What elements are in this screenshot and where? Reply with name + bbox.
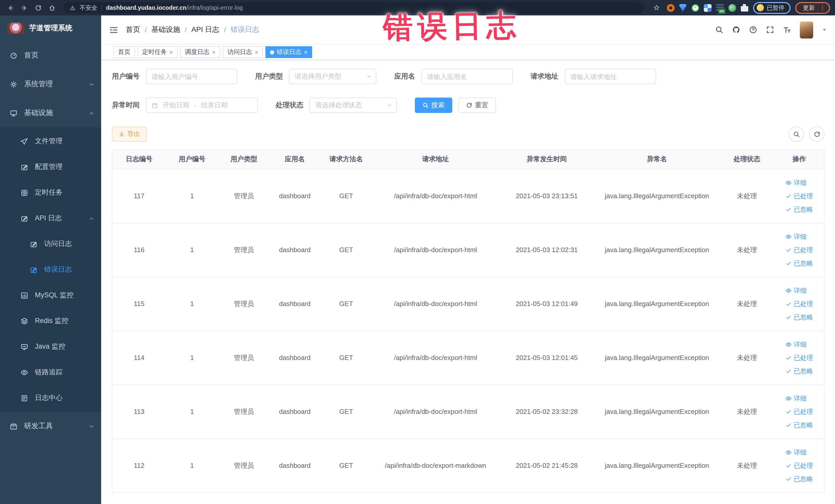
end-date-placeholder[interactable]: 结束日期 [201, 101, 228, 110]
green-check-extension-icon[interactable] [691, 4, 699, 12]
cell-actions: 详细已处理已忽略 [775, 331, 824, 385]
github-icon[interactable] [732, 26, 740, 34]
app-name-input[interactable] [421, 69, 513, 84]
grid-extension-icon[interactable] [704, 4, 711, 12]
sidebar-item-首页[interactable]: 首页 [0, 41, 101, 70]
close-icon[interactable]: × [254, 49, 258, 55]
green-sprout-extension-icon[interactable] [728, 4, 736, 12]
cell-app-name: dashboard [269, 385, 320, 439]
hamburger-icon[interactable] [109, 25, 118, 34]
table-body: 1171管理员dashboardGET/api/infra/db-doc/exp… [113, 169, 824, 492]
sidebar-item-错误日志[interactable]: 错误日志 [0, 257, 101, 282]
action-label: 详细 [794, 391, 807, 405]
request-url-input[interactable] [565, 69, 656, 84]
action-已处理[interactable]: 已处理 [786, 351, 813, 364]
export-button[interactable]: 导出 [112, 126, 147, 141]
help-icon[interactable] [749, 26, 757, 34]
action-详细[interactable]: 详细 [786, 284, 807, 297]
sidebar-item-基础设施[interactable]: 基础设施 [0, 99, 101, 127]
sidebar-item-api-日志[interactable]: API 日志 [0, 205, 101, 231]
sidebar-item-配置管理[interactable]: 配置管理 [0, 154, 101, 180]
back-icon[interactable] [5, 2, 16, 13]
tab-定时任务[interactable]: 定时任务× [138, 46, 178, 58]
close-icon[interactable]: × [212, 49, 216, 55]
cell-log-id: 117 [113, 169, 166, 223]
tab-label: 调度日志 [185, 48, 209, 57]
fullscreen-icon[interactable] [766, 26, 774, 34]
sidebar-item-mysql-监控[interactable]: MySQL 监控 [0, 282, 101, 308]
search-icon[interactable] [715, 26, 724, 34]
breadcrumb-item[interactable]: 基础设施 [151, 25, 180, 35]
user-type-select[interactable]: 请选择用户类型 [289, 69, 376, 84]
refresh-icon[interactable] [809, 126, 824, 142]
star-icon[interactable] [651, 2, 662, 13]
blue-shield-extension-icon[interactable] [679, 4, 687, 12]
reset-button[interactable]: 重置 [459, 98, 496, 113]
user-id-input[interactable] [146, 69, 237, 84]
onbar-extension-icon[interactable]: on [716, 4, 724, 12]
puzzle-extension-icon[interactable] [740, 4, 748, 12]
start-date-placeholder[interactable]: 开始日期 [163, 101, 189, 110]
paused-badge[interactable]: 已暂停 [753, 2, 791, 14]
cell-method: GET [320, 223, 372, 277]
search-toggle-icon[interactable] [789, 126, 804, 142]
sidebar-item-研发工具[interactable]: 研发工具 [0, 412, 101, 441]
action-详细[interactable]: 详细 [786, 338, 807, 351]
action-已处理[interactable]: 已处理 [786, 405, 813, 418]
sidebar-item-链路追踪[interactable]: 链路追踪 [0, 360, 101, 385]
action-已处理[interactable]: 已处理 [786, 459, 813, 472]
page-url[interactable]: dashboard.yudao.iocoder.cn/infra/log/api… [106, 5, 243, 11]
security-label[interactable]: 不安全 [80, 4, 97, 12]
action-已忽略[interactable]: 已忽略 [786, 418, 813, 431]
sidebar-item-系统管理[interactable]: 系统管理 [0, 70, 101, 99]
sidebar-item-文件管理[interactable]: 文件管理 [0, 128, 101, 154]
update-button[interactable]: 更新⋮ [795, 2, 830, 14]
sidebar-item-日志中心[interactable]: 日志中心 [0, 385, 101, 411]
sidebar-logo[interactable]: 芋道管理系统 [0, 15, 101, 41]
search-button[interactable]: 搜索 [415, 98, 452, 113]
tab-访问日志[interactable]: 访问日志× [223, 46, 263, 58]
cell-exception: java.lang.IllegalArgumentException [595, 385, 719, 439]
reload-icon[interactable] [33, 2, 44, 13]
close-icon[interactable]: × [169, 49, 173, 55]
sidebar-item-访问日志[interactable]: 访问日志 [0, 231, 101, 257]
cell-status: 未处理 [719, 385, 775, 439]
sidebar-item-redis-监控[interactable]: Redis 监控 [0, 308, 101, 334]
action-详细[interactable]: 详细 [786, 230, 807, 243]
action-已处理[interactable]: 已处理 [786, 297, 813, 310]
calendar-icon [151, 102, 158, 108]
action-已忽略[interactable]: 已忽略 [786, 472, 813, 485]
tab-首页[interactable]: 首页 [114, 46, 135, 58]
orange-ring-extension-icon[interactable] [667, 4, 674, 12]
eye-icon [786, 287, 792, 294]
action-详细[interactable]: 详细 [786, 445, 807, 459]
address-bar[interactable]: 不安全 dashboard.yudao.iocoder.cn/infra/log… [64, 2, 644, 13]
user-avatar[interactable] [800, 21, 813, 38]
breadcrumb-item[interactable]: API 日志 [191, 25, 220, 35]
sidebar-item-label: 错误日志 [44, 265, 72, 274]
action-详细[interactable]: 详细 [786, 176, 807, 189]
home-icon[interactable] [47, 2, 58, 13]
tab-调度日志[interactable]: 调度日志× [180, 46, 220, 58]
column-header: 异常发生时间 [499, 150, 595, 169]
action-已处理[interactable]: 已处理 [786, 189, 813, 203]
forward-icon[interactable] [19, 2, 30, 13]
action-已忽略[interactable]: 已忽略 [786, 364, 813, 378]
process-status-placeholder: 请选择处理状态 [315, 101, 362, 110]
action-已忽略[interactable]: 已忽略 [786, 257, 813, 270]
sidebar-item-定时任务[interactable]: 定时任务 [0, 180, 101, 205]
close-icon[interactable]: × [304, 49, 307, 55]
action-已处理[interactable]: 已处理 [786, 243, 813, 257]
action-详细[interactable]: 详细 [786, 391, 807, 405]
action-已忽略[interactable]: 已忽略 [786, 310, 813, 324]
browser-menu-icon[interactable]: ⋮ [819, 5, 826, 11]
process-status-select[interactable]: 请选择处理状态 [309, 98, 397, 113]
action-已忽略[interactable]: 已忽略 [786, 203, 813, 216]
date-range-picker[interactable]: 开始日期 - 结束日期 [146, 98, 258, 113]
breadcrumb-item[interactable]: 首页 [126, 25, 140, 35]
tab-错误日志[interactable]: 错误日志× [265, 46, 312, 58]
date-separator: - [194, 101, 196, 109]
sidebar-item-java-监控[interactable]: Java 监控 [0, 334, 101, 360]
font-size-icon[interactable] [783, 26, 791, 34]
chevron-down-icon[interactable] [822, 27, 827, 32]
